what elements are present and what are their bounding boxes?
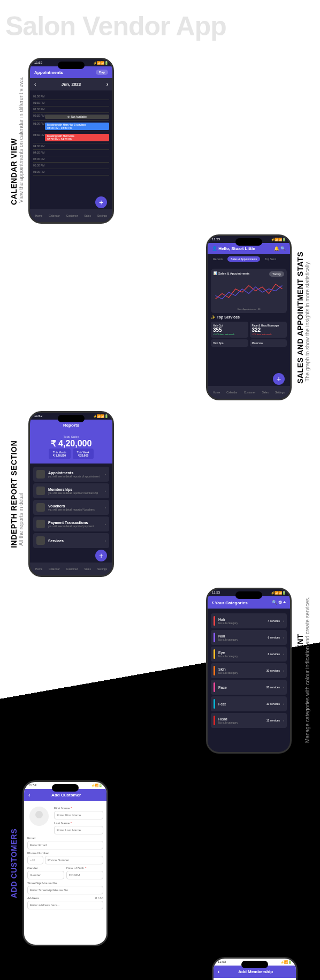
- category-item[interactable]: Feet10 services›: [211, 696, 287, 711]
- dob-input[interactable]: [66, 871, 103, 879]
- firstname-label: First Name: [54, 807, 70, 810]
- phone-input[interactable]: [45, 856, 103, 864]
- report-item[interactable]: Services›: [33, 533, 109, 548]
- color-bar: [214, 633, 215, 642]
- report-item[interactable]: Vouchersyou will see in detail report of…: [33, 500, 109, 515]
- caption-title: CATEGORIES MANAGEMENT: [296, 597, 304, 745]
- month-picker[interactable]: ‹ Jun, 2023 ›: [30, 78, 112, 90]
- filter-icon[interactable]: ⚙: [278, 600, 282, 605]
- caption-sub: View the appointments on calendar in dif…: [18, 77, 24, 203]
- search-icon[interactable]: 🔍: [280, 246, 286, 251]
- not-available: ⊘ Not Available: [45, 115, 109, 119]
- caption-sub: All the reports in detail: [18, 440, 24, 546]
- caption-sub: Manage categories with colour indication…: [304, 597, 310, 743]
- time-slot: 03:30 PM: [33, 133, 45, 142]
- time-slot: 03:00 PM: [33, 122, 45, 131]
- add-button[interactable]: +: [95, 196, 107, 208]
- phone-categories: 11:53⚡📶📶🔋 ‹ Your Categories 🔍 ⚙ + HairNo…: [206, 588, 292, 754]
- customer-form: First Name * Last Name * Email Phone Num…: [24, 801, 106, 913]
- back-button[interactable]: ‹: [218, 969, 219, 975]
- tab-top[interactable]: Top Servi: [262, 256, 279, 262]
- chevron-right-icon[interactable]: ›: [106, 81, 108, 87]
- service-card[interactable]: Manicure: [250, 339, 287, 347]
- categories-body: HairNo sub category4 services› NailNo su…: [208, 609, 290, 733]
- country-code[interactable]: [27, 856, 43, 864]
- tab-sales[interactable]: Sales & Appointments: [227, 256, 260, 262]
- notch: [58, 415, 85, 422]
- notch: [235, 238, 262, 246]
- caption-title: SALES AND APPOINTMENT STATS: [296, 252, 304, 384]
- bottom-nav: Home Calendar Customer Sales Settings: [30, 209, 112, 222]
- nav-home[interactable]: Home: [35, 567, 42, 571]
- avatar-upload[interactable]: [29, 807, 49, 826]
- nav-sales[interactable]: Sales: [262, 391, 269, 394]
- category-item[interactable]: EyeNo sub category6 services›: [211, 647, 287, 662]
- report-item[interactable]: Payment Transactionsyou will see in deta…: [33, 516, 109, 531]
- nav-sales[interactable]: Sales: [84, 567, 91, 571]
- search-icon[interactable]: 🔍: [272, 600, 277, 605]
- appointment-event[interactable]: Meeting with Harry for 3 services03:00 P…: [45, 123, 109, 130]
- caption-sub: The graph to show the insights in more s…: [304, 252, 310, 382]
- services-icon: [36, 536, 45, 545]
- phone-stats: 11:53⚡📶📶🔋 👤 Hello, Stuart Little 🔔 🔍 Rec…: [206, 234, 292, 400]
- time-slot: 06:00 PM: [33, 170, 45, 174]
- nav-settings[interactable]: Settings: [275, 391, 285, 394]
- nav-home[interactable]: Home: [35, 214, 42, 217]
- section-reports: INDEPTH REPORT SECTION All the reports i…: [0, 406, 320, 582]
- section-stats: 11:53⚡📶📶🔋 👤 Hello, Stuart Little 🔔 🔍 Rec…: [0, 229, 320, 406]
- nav-settings[interactable]: Settings: [97, 567, 107, 571]
- nav-sales[interactable]: Sales: [84, 214, 91, 217]
- nav-customer[interactable]: Customer: [244, 391, 256, 394]
- bottom-nav: Home Calendar Customer Sales Settings: [30, 563, 112, 575]
- line-chart: [214, 279, 284, 306]
- tab-recents[interactable]: Recents: [210, 256, 226, 262]
- category-item[interactable]: Face20 services›: [211, 680, 287, 695]
- service-card[interactable]: Hair Cut355+16 % from last month: [211, 322, 248, 338]
- phone-calendar: 11:53⚡📶📶🔋 Appointments Day ‹ Jun, 2023 ›…: [28, 58, 114, 224]
- color-bar: [214, 716, 215, 725]
- nav-customer[interactable]: Customer: [66, 214, 78, 217]
- street-input[interactable]: [27, 886, 103, 894]
- gender-select[interactable]: [27, 871, 64, 879]
- view-toggle[interactable]: Day: [96, 70, 108, 75]
- service-card[interactable]: Hair Spa: [211, 339, 248, 347]
- category-item[interactable]: HeadNo sub category12 services›: [211, 713, 287, 728]
- add-icon[interactable]: +: [283, 600, 286, 605]
- firstname-input[interactable]: [54, 811, 103, 819]
- lastname-input[interactable]: [54, 826, 103, 834]
- nav-calendar[interactable]: Calendar: [49, 567, 59, 571]
- appointment-event[interactable]: Meeting with Hermoine03:30 PM - 04:00 PM: [45, 134, 109, 141]
- back-button[interactable]: ‹: [28, 792, 30, 798]
- chart-legend: Sales Appointments : 30: [214, 308, 284, 310]
- category-item[interactable]: SkinNo sub category30 services›: [211, 663, 287, 678]
- back-button[interactable]: ‹: [212, 599, 214, 605]
- add-button[interactable]: +: [95, 550, 107, 561]
- report-item[interactable]: Membershipsyou will see in detail report…: [33, 483, 109, 498]
- nav-home[interactable]: Home: [213, 391, 220, 394]
- report-item[interactable]: Appointmentsyou will see in detail repor…: [33, 467, 109, 482]
- section-categories: 11:53⚡📶📶🔋 ‹ Your Categories 🔍 ⚙ + HairNo…: [0, 582, 320, 759]
- category-item[interactable]: NailNo sub category6 services›: [211, 630, 287, 645]
- week-stat: This Week₹ 20,000: [73, 449, 94, 459]
- service-card[interactable]: Face & Head Massage322-2 % from last mon…: [250, 322, 287, 338]
- nav-calendar[interactable]: Calendar: [49, 214, 59, 217]
- email-input[interactable]: [27, 841, 103, 849]
- month-stat: This Month₹ 1,20,000: [49, 449, 71, 459]
- color-bar: [214, 616, 215, 626]
- calendar-icon: [36, 470, 45, 478]
- category-item[interactable]: HairNo sub category4 services›: [211, 613, 287, 628]
- nav-customer[interactable]: Customer: [66, 567, 78, 571]
- nav-settings[interactable]: Settings: [97, 214, 107, 217]
- nav-calendar[interactable]: Calendar: [226, 391, 237, 394]
- chevron-left-icon[interactable]: ‹: [34, 81, 36, 87]
- bell-icon[interactable]: 🔔: [274, 246, 279, 251]
- time-slot: 01:30 PM: [33, 101, 45, 105]
- color-bar: [214, 699, 215, 709]
- add-button[interactable]: +: [273, 373, 285, 385]
- char-count: 0 / 60: [95, 897, 103, 900]
- chevron-right-icon: ›: [105, 506, 106, 509]
- section-add-membership: 11:53⚡📶🔋 ‹Add Membership Basic Info Memb…: [0, 952, 320, 980]
- address-input[interactable]: [27, 901, 103, 909]
- today-pill[interactable]: Today: [269, 271, 284, 277]
- month-label: Jun, 2023: [62, 82, 81, 87]
